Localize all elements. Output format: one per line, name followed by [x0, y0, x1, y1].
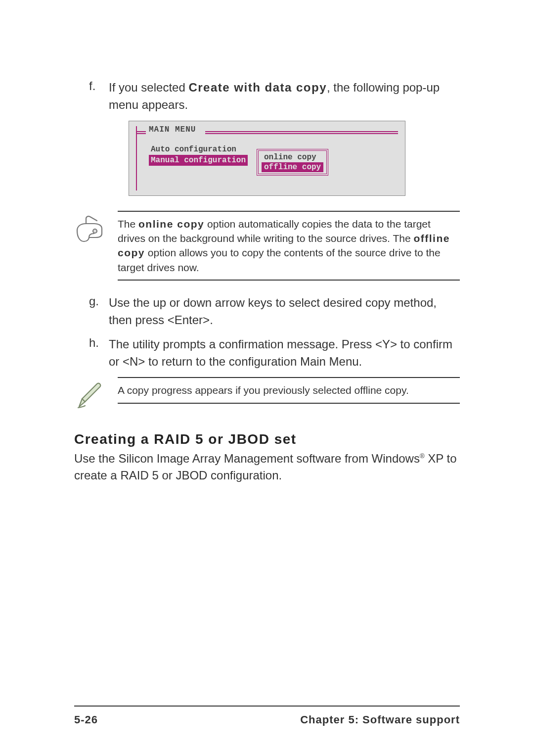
popup-option-offline-copy[interactable]: offline copy [262, 162, 323, 172]
section-heading: Creating a RAID 5 or JBOD set [74, 431, 460, 447]
section-body: Use the Silicon Image Array Management s… [74, 450, 460, 483]
list-marker: g. [89, 294, 103, 329]
step-h: h. The utility prompts a confirmation me… [89, 336, 460, 371]
svg-point-0 [93, 229, 97, 233]
page-number: 5-26 [74, 713, 98, 726]
registered-mark: ® [420, 452, 425, 460]
pointing-hand-icon [74, 214, 106, 245]
frame-rule [205, 131, 398, 134]
note-text: A copy progress appears if you previousl… [118, 377, 460, 403]
frame-rule [136, 131, 146, 134]
note-box: A copy progress appears if you previousl… [74, 377, 460, 412]
text-fragment: Use the Silicon Image Array Management s… [74, 452, 420, 465]
step-h-text: The utility prompts a confirmation messa… [109, 336, 460, 371]
page-footer: 5-26 Chapter 5: Software support [74, 706, 460, 726]
list-marker: h. [89, 336, 103, 371]
manual-page: f. If you selected Create with data copy… [0, 0, 534, 756]
bold-term: Create with data copy [188, 81, 327, 94]
pencil-icon [74, 380, 106, 412]
step-g-text: Use the up or down arrow keys to select … [109, 294, 460, 329]
step-f-text: If you selected Create with data copy, t… [109, 79, 460, 114]
note-text: The online copy option automatically cop… [118, 211, 460, 281]
step-f: f. If you selected Create with data copy… [89, 79, 460, 114]
popup-option-online-copy[interactable]: online copy [262, 152, 323, 162]
note-box: The online copy option automatically cop… [74, 211, 460, 281]
menu-item-auto-configuration[interactable]: Auto configuration [149, 144, 238, 155]
step-g: g. Use the up or down arrow keys to sele… [89, 294, 460, 329]
list-marker: f. [89, 79, 103, 114]
main-menu-label: MAIN MENU [146, 125, 199, 134]
copy-method-popup: online copy offline copy [257, 149, 328, 176]
text-fragment: If you selected [109, 81, 188, 94]
chapter-label: Chapter 5: Software support [300, 713, 460, 726]
bios-screenshot: MAIN MENU Auto configuration Manual conf… [129, 121, 405, 196]
menu-item-manual-configuration[interactable]: Manual configuration [149, 155, 248, 166]
frame-title-bar: MAIN MENU [136, 126, 398, 137]
